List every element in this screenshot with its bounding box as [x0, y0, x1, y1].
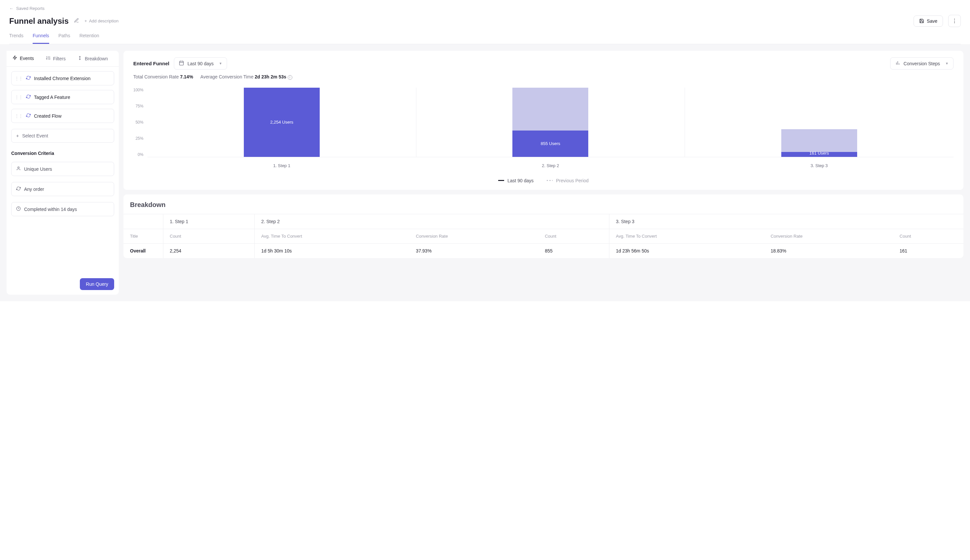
avg-conversion-time: Average Conversion Time 2d 23h 2m 53s i [200, 74, 292, 80]
y-axis: 100% 75% 50% 25% 0% [133, 88, 147, 157]
criteria-unique-users[interactable]: Unique Users [11, 162, 114, 176]
save-label: Save [927, 18, 937, 24]
refresh-icon [26, 113, 31, 119]
sliders-icon [46, 56, 50, 61]
view-mode-dropdown[interactable]: Conversion Steps ▼ [890, 57, 953, 70]
svg-rect-13 [179, 61, 184, 65]
page-title: Funnel analysis [9, 17, 69, 26]
chart-bar-step2[interactable]: 855 Users [416, 88, 685, 157]
event-label: Tagged A Feature [34, 95, 70, 100]
chevron-down-icon: ▼ [945, 62, 948, 65]
refresh-icon [26, 75, 31, 81]
col-count-3[interactable]: Count [893, 229, 963, 243]
chart-bar-step1[interactable]: 2,254 Users [147, 88, 416, 157]
side-tab-breakdown[interactable]: Breakdown [72, 51, 114, 66]
more-menu-button[interactable]: ⋮ [948, 15, 961, 27]
col-rate-2[interactable]: Conversion Rate [410, 229, 539, 243]
chart-bar-step3[interactable]: 161 Users [685, 88, 953, 157]
calendar-icon [179, 60, 184, 67]
info-icon[interactable]: i [288, 75, 292, 80]
plus-icon: + [16, 133, 19, 138]
col-avgtime-3[interactable]: Avg. Time To Convert [609, 229, 764, 243]
event-item-2[interactable]: ⋮⋮ Tagged A Feature [11, 90, 114, 104]
side-tab-filters[interactable]: Filters [40, 51, 72, 66]
legend-current[interactable]: Last 90 days [498, 178, 534, 183]
arrow-left-icon: ← [9, 6, 13, 11]
more-vertical-icon: ⋮ [952, 18, 957, 24]
chevron-down-icon: ▼ [219, 62, 222, 65]
save-button[interactable]: Save [913, 15, 943, 27]
clock-icon [16, 206, 21, 212]
chart-legend: Last 90 days Previous Period [133, 178, 953, 183]
drag-handle-icon[interactable]: ⋮⋮ [15, 76, 23, 81]
refresh-icon [26, 94, 31, 100]
shuffle-icon [16, 186, 21, 192]
step-header-1: 1. Step 1 [163, 214, 254, 229]
col-count-1[interactable]: Count [163, 229, 254, 243]
col-rate-3[interactable]: Conversion Rate [764, 229, 893, 243]
legend-line-icon [498, 180, 504, 181]
criteria-any-order[interactable]: Any order [11, 182, 114, 196]
tab-paths[interactable]: Paths [59, 33, 70, 44]
tab-trends[interactable]: Trends [9, 33, 23, 44]
event-item-1[interactable]: ⋮⋮ Installed Chrome Extension [11, 71, 114, 85]
chart-title: Entered Funnel [133, 61, 169, 66]
event-item-3[interactable]: ⋮⋮ Created Flow [11, 109, 114, 123]
step-header-2: 2. Step 2 [254, 214, 609, 229]
svg-point-11 [18, 167, 20, 168]
side-tab-events[interactable]: Events [7, 51, 40, 66]
col-avgtime-2[interactable]: Avg. Time To Convert [254, 229, 409, 243]
tab-retention[interactable]: Retention [80, 33, 99, 44]
breadcrumb-label: Saved Reports [16, 6, 45, 11]
x-axis: 1. Step 1 2. Step 2 3. Step 3 [147, 157, 953, 168]
drag-handle-icon[interactable]: ⋮⋮ [15, 95, 23, 100]
legend-dash-icon [547, 180, 553, 181]
event-label: Installed Chrome Extension [34, 76, 90, 81]
total-conversion-rate: Total Conversion Rate 7.14% [133, 74, 193, 80]
svg-marker-0 [13, 56, 17, 60]
tab-funnels[interactable]: Funnels [33, 33, 49, 44]
date-range-dropdown[interactable]: Last 90 days ▼ [174, 57, 227, 70]
breadcrumb-back[interactable]: ← Saved Reports [9, 6, 961, 11]
step-header-3: 3. Step 3 [609, 214, 963, 229]
main-tabs: Trends Funnels Paths Retention [9, 33, 961, 44]
chart-panel: Entered Funnel Last 90 days ▼ Conversion… [124, 51, 963, 190]
funnel-chart: 100% 75% 50% 25% 0% 2,254 Users [133, 88, 953, 168]
drag-handle-icon[interactable]: ⋮⋮ [15, 114, 23, 118]
bolt-icon [13, 55, 17, 61]
save-icon [919, 18, 924, 23]
col-count-2[interactable]: Count [538, 229, 609, 243]
breakdown-title: Breakdown [124, 201, 963, 208]
user-icon [16, 166, 21, 172]
breakdown-icon [77, 56, 82, 61]
run-query-button[interactable]: Run Query [80, 278, 114, 290]
plus-icon: + [84, 18, 87, 23]
add-description-button[interactable]: + Add description [84, 18, 119, 23]
event-label: Created Flow [34, 113, 61, 119]
edit-title-icon[interactable] [74, 18, 79, 24]
select-event-button[interactable]: + Select Event [11, 129, 114, 143]
col-title[interactable]: Title [124, 229, 163, 243]
bar-chart-icon [895, 60, 900, 67]
add-description-label: Add description [89, 18, 119, 23]
table-row[interactable]: Overall 2,254 1d 5h 30m 10s 37.93% 855 1… [124, 243, 963, 258]
criteria-completed-within[interactable]: Completed within 14 days [11, 202, 114, 216]
conversion-criteria-label: Conversion Criteria [11, 151, 114, 156]
breakdown-panel: Breakdown 1. Step 1 2. Step 2 3. Step 3 … [124, 195, 963, 258]
legend-previous[interactable]: Previous Period [547, 178, 589, 183]
sidebar: Events Filters Breakdown ⋮⋮ [7, 51, 119, 295]
breakdown-table: 1. Step 1 2. Step 2 3. Step 3 Title Coun… [124, 214, 963, 258]
